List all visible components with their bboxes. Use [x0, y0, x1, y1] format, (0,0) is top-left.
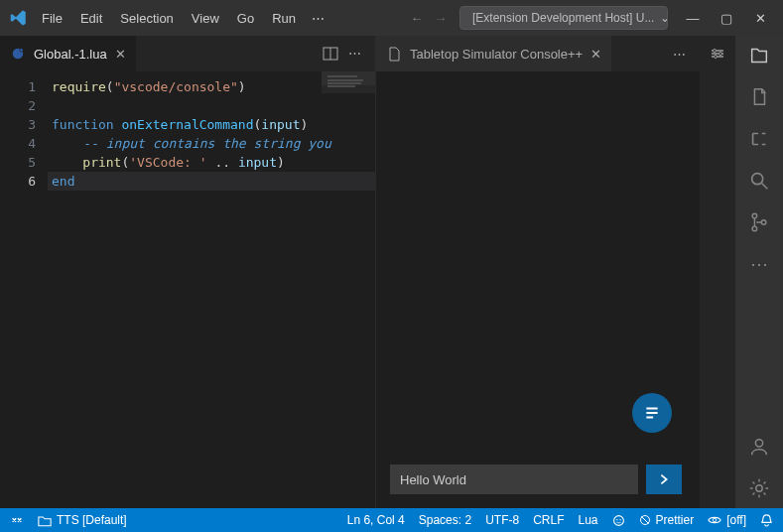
line-number: 2 [0, 96, 36, 115]
account-icon[interactable] [747, 435, 771, 459]
tab-bar-right: Tabletop Simulator Console++ ✕ ⋯ [376, 36, 700, 71]
remote-indicator[interactable] [10, 513, 24, 527]
tab-actions-left: ⋯ [315, 46, 369, 62]
status-cursor[interactable]: Ln 6, Col 4 [347, 513, 405, 527]
lua-file-icon [10, 46, 26, 62]
menu-view[interactable]: View [184, 7, 227, 30]
tab-console[interactable]: Tabletop Simulator Console++ ✕ [376, 36, 612, 71]
more-actions-icon[interactable]: ⋯ [348, 46, 361, 62]
editor-pane-left: Global.-1.lua ✕ ⋯ 1 2 3 4 5 [0, 36, 375, 508]
command-center-text: [Extension Development Host] U... [472, 11, 654, 25]
command-center[interactable]: [Extension Development Host] U... ⌄ [459, 6, 668, 30]
line-number: 3 [0, 115, 36, 134]
svg-point-9 [715, 56, 718, 59]
svg-point-13 [752, 226, 757, 231]
editor-pane-right: Tabletop Simulator Console++ ✕ ⋯ [375, 36, 700, 508]
tab-label: Global.-1.lua [34, 47, 107, 62]
tab-label: Tabletop Simulator Console++ [410, 47, 583, 62]
secondary-sidebar-strip [700, 36, 735, 508]
svg-point-22 [713, 518, 717, 522]
maximize-icon[interactable]: ▢ [718, 11, 735, 26]
title-bar: File Edit Selection View Go Run ⋯ ← → [E… [0, 0, 783, 36]
svg-point-7 [714, 50, 717, 53]
svg-point-10 [752, 174, 763, 185]
more-icon[interactable]: ⋯ [747, 252, 771, 276]
status-feedback-icon[interactable] [612, 514, 625, 527]
line-gutter: 1 2 3 4 5 6 [0, 71, 48, 508]
status-bar: TTS [Default] Ln 6, Col 4 Spaces: 2 UTF-… [0, 508, 783, 532]
status-eye[interactable]: [off] [708, 513, 746, 527]
editor-area: Global.-1.lua ✕ ⋯ 1 2 3 4 5 [0, 36, 735, 508]
settings-alt-icon[interactable] [710, 46, 725, 62]
line-number: 5 [0, 153, 36, 172]
svg-point-8 [719, 53, 722, 56]
vscode-logo-icon [6, 9, 32, 27]
chevron-down-icon: ⌄ [660, 11, 668, 25]
status-prettier[interactable]: Prettier [639, 513, 695, 527]
console-body [376, 71, 700, 508]
tab-bar-left: Global.-1.lua ✕ ⋯ [0, 36, 375, 71]
line-number: 4 [0, 134, 36, 153]
activity-bar: ⋯ [735, 36, 783, 508]
line-number: 1 [0, 77, 36, 96]
svg-point-16 [756, 485, 762, 491]
svg-point-15 [755, 440, 762, 447]
menu-run[interactable]: Run [264, 7, 304, 30]
svg-point-17 [613, 515, 623, 525]
menu-overflow-icon[interactable]: ⋯ [306, 7, 330, 30]
status-eol[interactable]: CRLF [533, 513, 564, 527]
line-number: 6 [0, 172, 36, 191]
minimap[interactable] [322, 71, 375, 508]
split-editor-icon[interactable] [323, 46, 338, 62]
svg-point-14 [761, 220, 766, 225]
more-actions-icon[interactable]: ⋯ [673, 47, 686, 62]
status-encoding[interactable]: UTF-8 [485, 513, 519, 527]
nav-controls: ← → [408, 11, 450, 26]
close-icon[interactable]: ✕ [115, 47, 126, 62]
svg-point-4 [20, 49, 23, 52]
tab-actions-right: ⋯ [665, 47, 694, 62]
window-controls: ― ▢ ✕ [684, 11, 777, 26]
search-icon[interactable] [747, 169, 771, 193]
nav-back-icon[interactable]: ← [408, 11, 426, 26]
gear-icon[interactable] [747, 476, 771, 500]
svg-point-12 [752, 213, 757, 218]
menu-file[interactable]: File [34, 7, 70, 30]
source-control-alt-icon[interactable] [747, 127, 771, 151]
minimize-icon[interactable]: ― [684, 11, 702, 26]
svg-line-11 [762, 184, 768, 190]
source-control-icon[interactable] [747, 210, 771, 234]
menu-go[interactable]: Go [229, 7, 262, 30]
svg-point-18 [616, 519, 617, 520]
chevron-right-icon [657, 472, 671, 486]
status-spaces[interactable]: Spaces: 2 [419, 513, 471, 527]
editor-body-left[interactable]: 1 2 3 4 5 6 require("vscode/console")fun… [0, 71, 375, 508]
bell-icon[interactable] [760, 513, 773, 527]
close-icon[interactable]: ✕ [590, 47, 601, 62]
console-input-row [390, 465, 682, 494]
status-folder[interactable]: TTS [Default] [38, 513, 127, 527]
console-input[interactable] [390, 465, 638, 494]
explorer-icon[interactable] [747, 44, 771, 67]
document-icon [386, 46, 402, 62]
send-button[interactable] [646, 465, 682, 494]
main-area: Global.-1.lua ✕ ⋯ 1 2 3 4 5 [0, 36, 783, 508]
svg-line-21 [641, 516, 649, 524]
files-icon[interactable] [747, 85, 771, 109]
close-icon[interactable]: ✕ [751, 11, 769, 26]
status-language[interactable]: Lua [578, 513, 597, 527]
menu-selection[interactable]: Selection [112, 7, 181, 30]
svg-point-19 [619, 519, 620, 520]
tab-global-lua[interactable]: Global.-1.lua ✕ [0, 36, 137, 71]
scroll-to-bottom-button[interactable] [632, 393, 672, 433]
menu-edit[interactable]: Edit [72, 7, 110, 30]
menu-bar: File Edit Selection View Go Run ⋯ [34, 7, 330, 30]
nav-forward-icon[interactable]: → [432, 11, 450, 26]
